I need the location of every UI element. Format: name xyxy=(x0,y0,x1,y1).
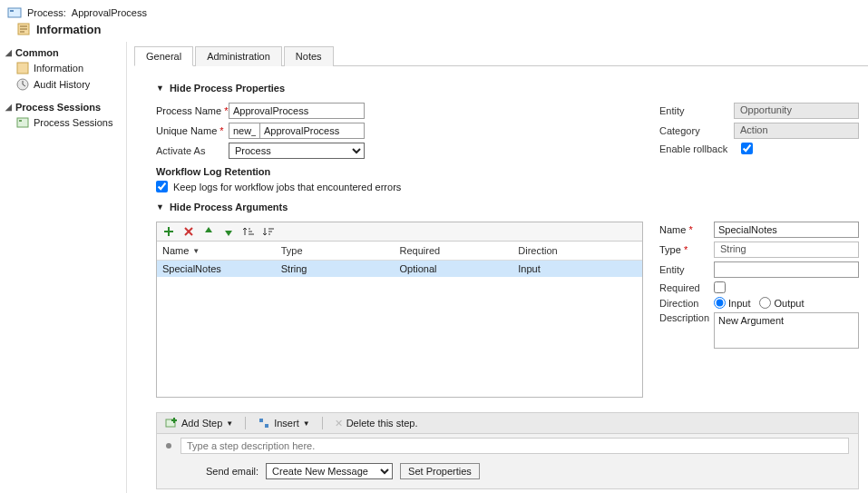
arg-direction-label: Direction xyxy=(659,298,714,309)
process-icon xyxy=(7,5,22,20)
sidebar-section-process-sessions[interactable]: ◢ Process Sessions xyxy=(5,100,121,114)
arg-cell-required: Optional xyxy=(400,263,519,274)
arg-cell-type: String xyxy=(281,263,400,274)
arguments-grid-header: Name▼ Type Required Direction xyxy=(157,242,642,261)
delete-step-button[interactable]: ✕ Delete this step. xyxy=(332,417,421,430)
tab-administration[interactable]: Administration xyxy=(195,46,282,66)
unique-name-prefix[interactable] xyxy=(229,123,259,139)
tab-strip: General Administration Notes xyxy=(134,45,868,66)
sort-caret-icon: ▼ xyxy=(192,247,200,255)
col-direction[interactable]: Direction xyxy=(518,245,637,256)
arg-required-checkbox[interactable] xyxy=(714,281,726,293)
insert-label: Insert xyxy=(274,418,299,429)
arguments-grid: Name▼ Type Required Direction SpecialNot… xyxy=(156,222,643,398)
steps-toolbar: Add Step ▼ Insert ▼ ✕ Delete this step. xyxy=(157,413,858,434)
sidebar-item-information[interactable]: Information xyxy=(5,60,121,76)
svg-rect-1 xyxy=(10,10,14,12)
insert-button[interactable]: Insert ▼ xyxy=(255,416,312,430)
step-description-input[interactable] xyxy=(180,438,849,454)
chevron-down-icon: ▼ xyxy=(156,84,164,93)
tab-label: Administration xyxy=(207,51,270,62)
svg-rect-6 xyxy=(19,120,22,122)
sidebar-section-label: Process Sessions xyxy=(15,102,101,113)
svg-rect-12 xyxy=(259,419,263,422)
unique-name-input[interactable] xyxy=(259,123,365,139)
tab-general[interactable]: General xyxy=(134,46,193,66)
enable-rollback-label: Enable rollback xyxy=(659,143,741,154)
move-up-icon[interactable] xyxy=(202,225,215,238)
send-email-label: Send email: xyxy=(206,466,258,477)
section-process-properties[interactable]: ▼ Hide Process Properties xyxy=(156,83,859,94)
sort-desc-icon[interactable] xyxy=(262,225,275,238)
tab-label: General xyxy=(146,51,181,62)
arg-direction-output-radio[interactable]: Output xyxy=(759,297,804,309)
argument-row[interactable]: SpecialNotes String Optional Input xyxy=(157,261,642,277)
svg-rect-8 xyxy=(164,231,173,232)
activate-as-label: Activate As xyxy=(156,145,229,156)
svg-rect-11 xyxy=(171,419,177,421)
enable-rollback-checkbox[interactable] xyxy=(741,143,753,154)
add-step-button[interactable]: Add Step ▼ xyxy=(162,416,236,430)
arg-name-input[interactable] xyxy=(714,222,859,238)
chevron-down-icon: ▼ xyxy=(156,202,164,212)
delete-step-label: Delete this step. xyxy=(346,418,418,429)
svg-rect-3 xyxy=(17,63,28,74)
delete-icon: ✕ xyxy=(335,418,343,429)
col-type[interactable]: Type xyxy=(281,245,400,256)
sidebar-item-audit-history[interactable]: Audit History xyxy=(5,76,121,93)
arg-entity-input[interactable] xyxy=(714,261,859,278)
process-name-label: Process Name * xyxy=(156,105,229,116)
sidebar: ◢ Common Information Audit History ◢ Pro… xyxy=(0,42,127,493)
set-properties-button[interactable]: Set Properties xyxy=(400,463,480,479)
sidebar-item-label: Audit History xyxy=(34,79,90,90)
argument-detail-panel: Name * Type * String Entity Required xyxy=(659,222,859,398)
sidebar-item-process-sessions[interactable]: Process Sessions xyxy=(5,114,121,131)
arguments-grid-body[interactable]: SpecialNotes String Optional Input xyxy=(157,261,642,397)
arg-entity-label: Entity xyxy=(659,264,714,275)
svg-rect-0 xyxy=(8,8,21,17)
arg-required-label: Required xyxy=(659,282,714,293)
page-title: Information xyxy=(36,23,102,36)
window-header: Process: ApprovalProcess Information xyxy=(0,0,868,42)
workflow-log-checkbox[interactable] xyxy=(156,181,168,192)
move-down-icon[interactable] xyxy=(222,225,235,238)
insert-icon xyxy=(258,417,270,429)
delete-icon[interactable] xyxy=(182,225,195,238)
section-title: Hide Process Properties xyxy=(170,83,285,94)
add-icon[interactable] xyxy=(162,225,175,238)
arg-type-label: Type * xyxy=(659,244,714,255)
steps-panel: Add Step ▼ Insert ▼ ✕ Delete this step. xyxy=(156,412,859,489)
caret-icon: ◢ xyxy=(5,48,12,57)
send-email-select[interactable]: Create New Message xyxy=(266,463,393,479)
tab-notes[interactable]: Notes xyxy=(284,46,334,66)
add-step-label: Add Step xyxy=(181,418,222,429)
sessions-icon xyxy=(16,116,29,129)
arg-description-input[interactable]: New Argument xyxy=(714,312,859,349)
toolbar-separator xyxy=(322,417,323,429)
section-title: Hide Process Arguments xyxy=(170,202,288,212)
section-process-arguments[interactable]: ▼ Hide Process Arguments xyxy=(156,202,859,212)
arg-cell-name: SpecialNotes xyxy=(162,263,281,274)
add-step-icon xyxy=(165,417,178,429)
information-icon xyxy=(16,22,31,36)
step-bullet-icon xyxy=(166,443,171,449)
arg-direction-input-radio[interactable]: Input xyxy=(714,297,750,309)
sidebar-section-label: Common xyxy=(15,47,59,58)
entity-label: Entity xyxy=(659,105,734,116)
col-required[interactable]: Required xyxy=(400,245,519,256)
process-name-input[interactable] xyxy=(229,103,365,119)
category-label: Category xyxy=(659,125,734,136)
sidebar-item-label: Information xyxy=(34,63,83,74)
arguments-toolbar xyxy=(157,222,642,242)
main-content: General Administration Notes ▼ Hide Proc… xyxy=(127,42,868,493)
chevron-down-icon: ▼ xyxy=(226,419,233,428)
toolbar-separator xyxy=(245,417,246,429)
arg-type-field: String xyxy=(714,242,859,258)
activate-as-select[interactable]: Process xyxy=(229,143,365,159)
col-name[interactable]: Name▼ xyxy=(162,245,281,256)
svg-rect-5 xyxy=(17,118,28,127)
sidebar-section-common[interactable]: ◢ Common xyxy=(5,45,121,60)
sort-asc-icon[interactable] xyxy=(242,225,255,238)
workflow-log-label: Keep logs for workflow jobs that encount… xyxy=(173,182,401,192)
step-row[interactable] xyxy=(157,434,858,458)
